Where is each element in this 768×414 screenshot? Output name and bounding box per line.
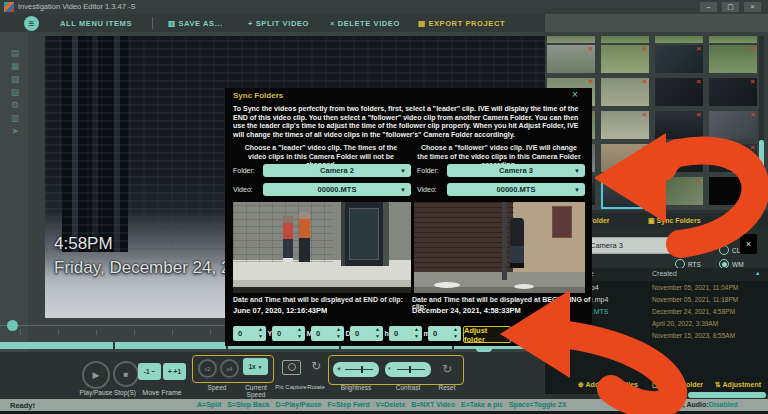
video-thumbnail[interactable]: × — [709, 111, 757, 139]
remove-thumbnail-icon[interactable]: × — [642, 45, 647, 53]
spinner-arrows-icon[interactable]: ▲▼ — [453, 326, 458, 340]
remove-thumbnail-icon[interactable]: × — [696, 144, 701, 152]
camera-icon[interactable]: ▨ — [8, 87, 22, 97]
spinner-value[interactable]: 0 — [394, 329, 398, 338]
remove-thumbnail-icon[interactable]: × — [750, 177, 755, 185]
brightness-thumb[interactable] — [361, 366, 363, 373]
pointer-icon[interactable]: ➤ — [8, 126, 22, 136]
minimize-button[interactable]: – — [700, 2, 717, 12]
video-thumbnail[interactable]: × — [601, 111, 649, 139]
video-thumbnail[interactable]: × — [547, 45, 595, 73]
offset-spinner-d[interactable]: 0▲▼ — [311, 326, 344, 341]
close-button[interactable]: × — [744, 2, 761, 12]
video-thumbnail[interactable]: × — [655, 111, 703, 139]
remove-thumbnail-icon[interactable]: × — [696, 111, 701, 119]
speed-x2-button[interactable]: x2 — [198, 359, 217, 378]
menu-all-menu-items[interactable]: ALL MENU ITEMS — [60, 19, 132, 28]
remove-thumbnail-icon[interactable]: × — [588, 45, 593, 53]
follower-folder-dropdown[interactable]: Camera 3▼ — [447, 164, 585, 177]
remove-thumbnail-icon[interactable]: × — [642, 78, 647, 86]
spinner-arrows-icon[interactable]: ▲▼ — [336, 326, 341, 340]
adjustment-button[interactable]: ⇅ Adjustment — [715, 381, 761, 389]
pic-capture-button[interactable] — [282, 360, 301, 375]
book-icon[interactable]: ▥ — [8, 113, 22, 123]
maximize-button[interactable]: ▢ — [722, 2, 739, 12]
seek-handle[interactable] — [7, 320, 18, 331]
video-thumbnail[interactable]: × — [709, 177, 757, 205]
video-thumbnail[interactable]: × — [709, 78, 757, 106]
video-thumbnail[interactable]: × — [655, 144, 703, 172]
remove-thumbnail-icon[interactable]: × — [642, 111, 647, 119]
dialog-close-button[interactable]: × — [572, 89, 578, 100]
play-pause-button[interactable]: ▶ — [82, 361, 110, 389]
contrast-slider[interactable]: ◐ — [385, 362, 431, 377]
video-thumbnail[interactable] — [709, 36, 757, 43]
video-thumbnail[interactable]: × — [655, 78, 703, 106]
offset-spinner-h[interactable]: 0▲▼ — [350, 326, 383, 341]
grid-hscrollbar[interactable] — [645, 208, 663, 211]
remove-thumbnail-icon[interactable]: × — [588, 78, 593, 86]
leader-folder-dropdown[interactable]: Camera 2▼ — [263, 164, 411, 177]
stop-button[interactable]: ■ — [113, 361, 139, 387]
card-icon[interactable]: ▤ — [8, 48, 22, 58]
offset-spinner-m[interactable]: 0▲▼ — [389, 326, 422, 341]
video-thumbnail[interactable]: × — [655, 45, 703, 73]
video-thumbnail[interactable]: × — [601, 177, 653, 209]
close-panel-button[interactable]: × — [740, 234, 757, 254]
video-thumbnail[interactable]: × — [601, 144, 649, 172]
remove-thumbnail-icon[interactable]: × — [696, 45, 701, 53]
gear-icon[interactable]: ⚙ — [8, 100, 22, 110]
spinner-arrows-icon[interactable]: ▲▼ — [258, 326, 263, 340]
sort-asc-icon[interactable]: ▲ — [755, 270, 760, 276]
radio-option-ts2[interactable]: TS2 — [675, 245, 719, 255]
remove-thumbnail-icon[interactable]: × — [750, 111, 755, 119]
menu-save-as[interactable]: ▥ SAVE AS... — [168, 19, 223, 28]
radio-icon[interactable] — [719, 231, 729, 241]
offset-spinner-m[interactable]: 0▲▼ — [272, 326, 305, 341]
add-a-folder-button[interactable]: ▢ Add a Folder — [652, 381, 703, 389]
offset-spinner-s[interactable]: 0▲▼ — [428, 326, 461, 341]
spinner-value[interactable]: 0 — [238, 329, 242, 338]
remove-thumbnail-icon[interactable]: × — [644, 178, 649, 187]
radio-icon[interactable] — [719, 245, 729, 255]
reset-button[interactable]: ↻ — [438, 360, 456, 378]
film-icon[interactable]: ▦ — [8, 61, 22, 71]
video-thumbnail[interactable]: × — [709, 45, 757, 73]
remove-thumbnail-icon[interactable]: × — [750, 45, 755, 53]
leader-video-dropdown[interactable]: 00000.MTS▼ — [263, 183, 411, 196]
camera-name-input[interactable] — [585, 237, 677, 254]
radio-icon[interactable] — [675, 231, 685, 241]
spinner-arrows-icon[interactable]: ▲▼ — [297, 326, 302, 340]
remove-thumbnail-icon[interactable]: × — [642, 144, 647, 152]
tab-sync-folders[interactable]: ▣ Sync Folders — [648, 217, 701, 225]
speed-x4-button[interactable]: x4 — [220, 359, 239, 378]
video-thumbnail[interactable] — [547, 36, 595, 43]
spinner-value[interactable]: 0 — [277, 329, 281, 338]
current-speed-dropdown[interactable]: 1x ▼ — [243, 358, 268, 375]
remove-thumbnail-icon[interactable]: × — [696, 177, 701, 185]
menu-delete-video[interactable]: × DELETE VIDEO — [330, 19, 400, 28]
video-thumbnail[interactable] — [601, 36, 649, 43]
panel-hscrollbar[interactable] — [688, 392, 766, 398]
adjust-folder-button[interactable]: Adjust folder — [463, 326, 511, 343]
rotate-button[interactable]: ↻ — [307, 357, 325, 375]
frame-back-button[interactable]: -1 − — [138, 363, 161, 380]
spinner-arrows-icon[interactable]: ▲▼ — [375, 326, 380, 340]
radio-option-ts1[interactable]: TS1 — [675, 231, 719, 241]
video-thumbnail[interactable] — [655, 36, 703, 43]
video-thumbnail[interactable]: × — [655, 177, 703, 205]
video-thumbnail[interactable]: × — [709, 144, 757, 172]
hamburger-menu-button[interactable]: ≡ — [24, 16, 39, 31]
radio-icon[interactable] — [675, 245, 685, 255]
offset-spinner-y[interactable]: 0▲▼ — [233, 326, 266, 341]
add-video-files-button[interactable]: ⊕ Add Video Files — [578, 381, 638, 389]
spinner-value[interactable]: 0 — [316, 329, 320, 338]
video-thumbnail[interactable]: × — [601, 45, 649, 73]
remove-thumbnail-icon[interactable]: × — [750, 78, 755, 86]
frame-forward-button[interactable]: + +1 — [163, 363, 186, 380]
contrast-thumb[interactable] — [409, 366, 411, 373]
created-column-header[interactable]: Created — [652, 270, 677, 277]
spinner-value[interactable]: 0 — [355, 329, 359, 338]
folder-icon[interactable]: ▧ — [8, 74, 22, 84]
menu-export-project[interactable]: ▤ EXPORT PROJECT — [418, 19, 505, 28]
